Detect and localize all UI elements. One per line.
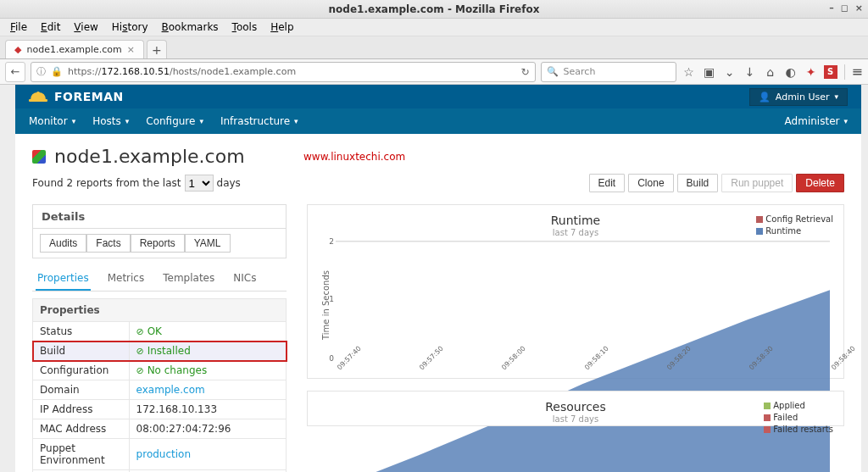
yaml-button[interactable]: YAML (185, 234, 231, 253)
admin-user-menu[interactable]: 👤 Admin User ▾ (749, 88, 848, 106)
property-row: Status⊘ OK (33, 322, 287, 342)
property-value[interactable]: example.com (129, 380, 286, 400)
reports-days-select[interactable]: 1 (185, 175, 214, 192)
property-value: ⊘ No changes (129, 361, 286, 380)
search-placeholder: Search (564, 66, 596, 77)
menu-icon[interactable]: ≡ (852, 64, 863, 80)
property-value: ⊘ OK (129, 322, 286, 342)
maximize-icon[interactable]: ◻ (841, 3, 849, 14)
menu-view[interactable]: View (69, 19, 103, 35)
url-bar[interactable]: ⓘ 🔒 https://172.168.10.51/hosts/node1.ex… (31, 62, 536, 82)
menu-tools[interactable]: Tools (227, 19, 263, 35)
audits-button[interactable]: Audits (40, 234, 86, 253)
brand-icon (29, 90, 47, 103)
details-header: Details (33, 205, 286, 229)
resources-chart: Resources last 7 days AppliedFailedFaile… (307, 391, 844, 426)
property-key: IP Address (33, 400, 130, 419)
downloads-icon[interactable]: ↓ (743, 65, 758, 79)
build-button[interactable]: Build (677, 174, 719, 192)
minimize-icon[interactable]: – (829, 3, 834, 14)
close-icon[interactable]: × (855, 3, 863, 14)
nav-administer[interactable]: Administer▾ (785, 115, 848, 127)
property-value: ⊘ Installed (129, 342, 286, 361)
property-row: MAC Address08:00:27:04:72:96 (33, 419, 287, 439)
window-title: node1.example.com - Mozilla Firefox (329, 3, 540, 15)
new-tab-button[interactable]: + (147, 40, 167, 58)
menubar: File Edit View History Bookmarks Tools H… (0, 19, 868, 36)
legend-item[interactable]: Config Retrieval (756, 214, 833, 225)
addon-s-icon[interactable]: S (824, 65, 837, 79)
library-icon[interactable]: ▣ (702, 65, 717, 79)
tab-templates[interactable]: Templates (161, 267, 216, 291)
run-puppet-button[interactable]: Run puppet (721, 174, 793, 192)
lock-icon: 🔒 (51, 66, 63, 77)
browser-tab[interactable]: ◆ node1.example.com × (5, 40, 144, 58)
pocket-icon[interactable]: ⌄ (722, 65, 737, 79)
addon-icon-2[interactable]: ✦ (804, 65, 819, 79)
menu-help[interactable]: Help (265, 19, 298, 35)
legend-item[interactable]: Runtime (756, 225, 833, 237)
menu-edit[interactable]: Edit (36, 19, 65, 35)
property-value: 08:00:27:04:72:96 (129, 419, 286, 439)
tab-properties[interactable]: Properties (36, 267, 91, 291)
property-key: Build (33, 342, 130, 361)
reload-icon[interactable]: ↻ (521, 66, 530, 78)
delete-button[interactable]: Delete (796, 174, 844, 192)
star-icon[interactable]: ☆ (682, 65, 697, 79)
menu-bookmarks[interactable]: Bookmarks (157, 19, 224, 35)
nav-configure[interactable]: Configure▾ (146, 115, 203, 127)
facts-button[interactable]: Facts (86, 234, 130, 253)
addon-icon-1[interactable]: ◐ (783, 65, 798, 79)
menu-history[interactable]: History (107, 19, 153, 35)
properties-header: Properties (33, 299, 287, 322)
property-key: Status (33, 322, 130, 342)
property-key: Domain (33, 380, 130, 400)
property-row: IP Address172.168.10.133 (33, 400, 287, 419)
brand-title: FOREMAN (54, 90, 124, 103)
property-value[interactable]: production (129, 439, 286, 470)
nav-infrastructure[interactable]: Infrastructure▾ (220, 115, 298, 127)
x-tick: 09:58:40 (830, 345, 857, 372)
property-row: Domainexample.com (33, 380, 287, 400)
menu-file[interactable]: File (5, 19, 32, 35)
legend-item[interactable]: Failed (764, 412, 833, 424)
legend-item[interactable]: Applied (764, 400, 833, 412)
property-row: Configuration⊘ No changes (33, 361, 287, 380)
property-key: Configuration (33, 361, 130, 380)
property-key: MAC Address (33, 419, 130, 439)
page-title: node1.example.com (54, 146, 245, 167)
tab-metrics[interactable]: Metrics (106, 267, 147, 291)
nav-hosts[interactable]: Hosts▾ (92, 115, 129, 127)
property-key: Puppet Environment (33, 439, 130, 470)
runtime-chart: Runtime last 7 days Config RetrievalRunt… (307, 204, 844, 379)
home-icon[interactable]: ⌂ (763, 65, 778, 79)
watermark: www.linuxtechi.com (303, 151, 405, 163)
property-value: 172.168.10.133 (129, 400, 286, 419)
user-icon: 👤 (759, 92, 771, 103)
reports-button[interactable]: Reports (131, 234, 185, 253)
tab-nics[interactable]: NICs (231, 267, 258, 291)
legend-item[interactable]: Failed restarts (764, 424, 833, 436)
property-row: Puppet Environmentproduction (33, 439, 287, 470)
search-provider-icon: 🔍 (547, 66, 559, 77)
tab-close-icon[interactable]: × (127, 44, 135, 55)
chevron-down-icon: ▾ (834, 92, 838, 101)
host-icon (32, 150, 46, 164)
svg-rect-1 (36, 92, 40, 97)
search-box[interactable]: 🔍 Search (541, 62, 676, 82)
back-button[interactable]: ← (5, 62, 25, 82)
favicon-icon: ◆ (14, 44, 21, 55)
svg-rect-0 (29, 99, 47, 102)
clone-button[interactable]: Clone (628, 174, 673, 192)
property-row: Build⊘ Installed (33, 342, 287, 361)
nav-monitor[interactable]: Monitor▾ (29, 115, 75, 127)
tab-title: node1.example.com (26, 44, 121, 55)
info-icon[interactable]: ⓘ (36, 65, 46, 78)
reports-summary: Found 2 reports from the last (32, 177, 181, 189)
edit-button[interactable]: Edit (589, 174, 626, 192)
